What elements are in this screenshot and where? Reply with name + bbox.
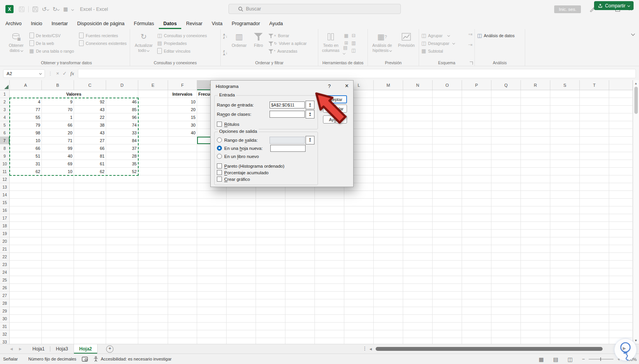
cell-Q18[interactable] [491,222,521,230]
cell-E11[interactable] [138,168,168,175]
cell-E20[interactable] [138,237,168,245]
cell-F27[interactable] [168,292,197,299]
cell-B13[interactable] [42,183,74,191]
cell-G26[interactable] [197,284,227,292]
cell-N12[interactable] [403,175,433,183]
cell-D4[interactable]: 96 [106,113,138,121]
pareto-checkbox[interactable] [217,163,222,168]
cell-D13[interactable] [106,183,138,191]
cell-E16[interactable] [138,206,168,214]
cell-C23[interactable] [74,261,106,268]
cell-C11[interactable]: 62 [74,168,106,175]
cell-B12[interactable] [42,175,74,183]
cell-H24[interactable] [227,268,256,276]
cell-C25[interactable] [74,276,106,284]
search-input[interactable]: Buscar [228,4,401,14]
cell-Q31[interactable] [491,323,521,330]
cell-M4[interactable] [374,113,403,121]
cell-D2[interactable]: 46 [106,98,138,106]
cell-S26[interactable] [550,284,580,292]
cell-H19[interactable] [227,230,256,237]
row-header-20[interactable]: 20 [0,237,10,245]
cell-E23[interactable] [138,261,168,268]
cell-I17[interactable] [256,214,285,222]
cell-O25[interactable] [433,276,462,284]
cell-I16[interactable] [256,206,285,214]
cell-F17[interactable] [168,214,197,222]
cell-Q5[interactable] [491,121,521,129]
cell-L29[interactable] [344,307,374,315]
cell-R2[interactable] [521,98,550,106]
cell-H18[interactable] [227,222,256,230]
row-header-3[interactable]: 3 [0,106,10,113]
insert-function-icon[interactable]: fx [70,70,74,77]
cell-M3[interactable] [374,106,403,113]
cell-E18[interactable] [138,222,168,230]
cell-K14[interactable] [315,191,344,199]
cell-O5[interactable] [433,121,462,129]
cell-Q25[interactable] [491,276,521,284]
cell-M19[interactable] [374,230,403,237]
new-sheet-button[interactable]: + [106,345,113,353]
cell-O3[interactable] [433,106,462,113]
cell-O29[interactable] [433,307,462,315]
cell-T32[interactable] [580,330,609,338]
cell-R23[interactable] [521,261,550,268]
cell-C15[interactable] [74,199,106,206]
cell-A20[interactable] [10,237,42,245]
row-header-19[interactable]: 19 [0,230,10,237]
cell-E5[interactable] [138,121,168,129]
cell-F13[interactable] [168,183,197,191]
cell-G23[interactable] [197,261,227,268]
cell-A17[interactable] [10,214,42,222]
cell-N11[interactable] [403,168,433,175]
cell-A22[interactable] [10,253,42,261]
cell-G16[interactable] [197,206,227,214]
save-icon[interactable] [33,7,38,12]
new-sheet-field[interactable] [270,145,306,152]
cell-F7[interactable] [168,137,197,144]
cell-P27[interactable] [462,292,491,299]
cell-F19[interactable] [168,230,197,237]
cell-C6[interactable]: 43 [74,129,106,137]
cell-R10[interactable] [521,160,550,168]
cell-M25[interactable] [374,276,403,284]
vertical-scrollbar[interactable]: ▲ ▼ [633,80,639,344]
cell-J20[interactable] [285,237,315,245]
from-web-button[interactable]: De la web [29,40,77,46]
cell-E28[interactable] [138,299,168,307]
cell-D12[interactable] [106,175,138,183]
cell-F6[interactable]: 40 [168,129,197,137]
cell-R5[interactable] [521,121,550,129]
cell-I29[interactable] [256,307,285,315]
cell-T7[interactable] [580,137,609,144]
cell-E31[interactable] [138,323,168,330]
cell-D19[interactable] [106,230,138,237]
cell-J21[interactable] [285,245,315,253]
cell-A19[interactable] [10,230,42,237]
ribbon-tab-ayuda[interactable]: Ayuda [265,18,287,29]
cell-B9[interactable]: 40 [42,152,74,160]
cell-Q14[interactable] [491,191,521,199]
cell-A4[interactable]: 55 [10,113,42,121]
cell-N5[interactable] [403,121,433,129]
cell-A2[interactable]: 4 [10,98,42,106]
cell-R18[interactable] [521,222,550,230]
cell-R32[interactable] [521,330,550,338]
cell-R6[interactable] [521,129,550,137]
cell-T28[interactable] [580,299,609,307]
cell-Q13[interactable] [491,183,521,191]
cell-B19[interactable] [42,230,74,237]
row-header-17[interactable]: 17 [0,214,10,222]
cell-P6[interactable] [462,129,491,137]
cell-O17[interactable] [433,214,462,222]
cell-T16[interactable] [580,206,609,214]
cell-H14[interactable] [227,191,256,199]
cell-E25[interactable] [138,276,168,284]
cell-S12[interactable] [550,175,580,183]
cell-B20[interactable] [42,237,74,245]
cell-R24[interactable] [521,268,550,276]
cell-S22[interactable] [550,253,580,261]
tab-options-icon[interactable]: ⋮ [362,346,367,351]
cell-M10[interactable] [374,160,403,168]
